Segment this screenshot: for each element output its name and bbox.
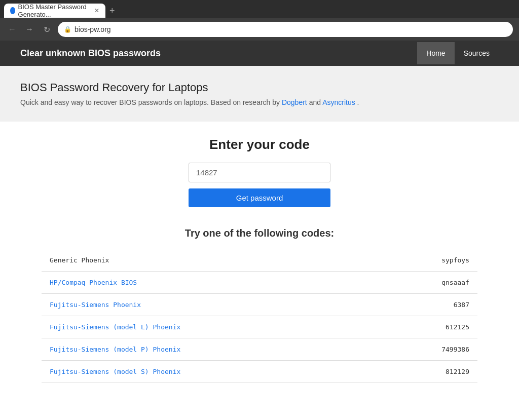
tab-title: BIOS Master Password Generato...: [18, 3, 88, 18]
table-row: Fujitsu-Siemens Phoenix6387: [42, 294, 477, 316]
code-cell: 7499386: [377, 338, 477, 361]
enter-code-title: Enter your code: [42, 137, 477, 152]
hero-desc-middle: and: [309, 98, 322, 106]
code-cell: 812129: [377, 361, 477, 383]
code-cell: qnsaaaf: [377, 272, 477, 294]
tab-close-button[interactable]: ✕: [94, 7, 99, 14]
nav-link-home[interactable]: Home: [417, 42, 454, 64]
table-row: Generic Phoenixsypfoys: [42, 249, 477, 272]
hero-asyncritus-link[interactable]: Asyncritus: [322, 98, 355, 106]
back-button[interactable]: ←: [6, 23, 18, 35]
code-cell: 6387: [377, 294, 477, 316]
address-bar: ← → ↻ 🔒 bios-pw.org: [0, 18, 519, 41]
site-nav: Clear unknown BIOS passwords Home Source…: [0, 41, 519, 66]
tab-bar: BIOS Master Password Generato... ✕ +: [0, 0, 519, 18]
forward-button[interactable]: →: [23, 23, 35, 35]
hero-desc-prefix: Quick and easy way to recover BIOS passw…: [20, 98, 282, 106]
reload-button[interactable]: ↻: [41, 23, 53, 35]
lock-icon: 🔒: [64, 26, 71, 33]
vendor-cell: Fujitsu-Siemens (model P) Phoenix: [42, 338, 377, 361]
nav-links: Home Sources: [417, 42, 499, 64]
site-title: Clear unknown BIOS passwords: [20, 48, 417, 59]
code-form: Get password: [42, 163, 477, 207]
active-tab[interactable]: BIOS Master Password Generato... ✕: [4, 4, 105, 18]
url-text: bios-pw.org: [75, 25, 111, 33]
hero-dogbert-link[interactable]: Dogbert: [282, 98, 307, 106]
table-row: Fujitsu-Siemens (model S) Phoenix812129: [42, 361, 477, 383]
code-cell: sypfoys: [377, 249, 477, 272]
hero-desc-suffix: .: [357, 98, 359, 106]
results-title: Try one of the following codes:: [42, 227, 477, 239]
hero-title: BIOS Password Recovery for Laptops: [20, 81, 499, 94]
new-tab-button[interactable]: +: [109, 6, 115, 16]
code-cell: 612125: [377, 316, 477, 338]
vendor-cell: Fujitsu-Siemens Phoenix: [42, 294, 377, 316]
main-content: Enter your code Get password Try one of …: [31, 122, 488, 398]
vendor-cell: HP/Compaq Phoenix BIOS: [42, 272, 377, 294]
table-row: HP/Compaq Phoenix BIOSqnsaaaf: [42, 272, 477, 294]
get-password-button[interactable]: Get password: [189, 188, 330, 207]
hero-description: Quick and easy way to recover BIOS passw…: [20, 98, 499, 106]
vendor-cell: Fujitsu-Siemens (model L) Phoenix: [42, 316, 377, 338]
results-table: Generic PhoenixsypfoysHP/Compaq Phoenix …: [42, 249, 477, 383]
tab-favicon: [10, 7, 15, 14]
table-row: Fujitsu-Siemens (model P) Phoenix7499386: [42, 338, 477, 361]
vendor-cell: Fujitsu-Siemens (model S) Phoenix: [42, 361, 377, 383]
code-input[interactable]: [189, 163, 330, 182]
vendor-cell: Generic Phoenix: [42, 249, 377, 272]
table-row: Fujitsu-Siemens (model L) Phoenix612125: [42, 316, 477, 338]
url-bar[interactable]: 🔒 bios-pw.org: [58, 22, 513, 37]
nav-link-sources[interactable]: Sources: [455, 42, 499, 64]
browser-chrome: BIOS Master Password Generato... ✕ + ← →…: [0, 0, 519, 41]
hero-section: BIOS Password Recovery for Laptops Quick…: [0, 66, 519, 122]
